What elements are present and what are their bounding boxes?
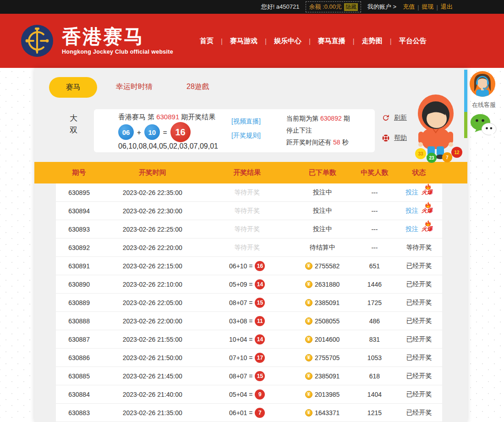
time-cell: 2023-02-26 21:50:00 [102,354,203,361]
site-header: 香港赛马 Hongkong Jockey Club official websi… [0,14,504,68]
hot-badge: 火爆 [422,225,433,233]
nav-item-live[interactable]: 赛马直播 [318,37,345,45]
orders-text: 投注中 [313,225,332,233]
result-sum-ball: 15 [255,371,265,381]
status-text: 已经开奖 [406,317,432,325]
result-sum-ball: 14 [255,334,265,344]
status-cell: 已经开奖 [396,372,442,380]
orders-count: 1643371 [315,409,340,416]
bet-link[interactable]: 投注 [405,207,418,215]
result-sum-ball: 17 [255,353,265,363]
winners-cell: 1446 [353,281,396,288]
balance-amount: 余额 :0.00元 [309,3,342,11]
result-cell: 03+08 =11 [203,316,291,326]
orders-cell: ¥2385091 [291,372,353,380]
result-issue-number: 630891 [156,113,179,121]
waiting-draw-label: 等待开奖 [234,207,260,215]
nav-item-entertainment[interactable]: 娱乐中心 [274,37,301,45]
status-text: 已经开奖 [406,299,432,307]
orders-count: 2385091 [315,299,340,306]
table-row: 6308902023-02-26 22:10:0005+09 =14¥26318… [56,275,442,294]
orders-cell: 投注中 [291,189,353,197]
recharge-link[interactable]: 充值 [403,3,415,11]
main-nav: 首页| 赛马游戏| 娱乐中心| 赛马直播| 走势图| 平台公告 [200,37,427,45]
table-row: 6308852023-02-26 21:45:0008+07 =15¥23850… [56,367,442,385]
tab-lucky-guess[interactable]: 幸运时时猜 [116,82,153,92]
result-sequence: 06,10,08,04,05,02,03,07,09,01 [118,142,218,150]
mascot-boy-illustration: 33 23 7 12 [408,93,464,163]
bet-link[interactable]: 投注 [405,225,418,233]
status-cell: 投注火爆 [396,189,442,197]
table-header-band: 期号 开奖时间 开奖结果 已下单数 中奖人数 状态 [34,162,467,183]
col-header-status: 状态 [396,168,442,177]
wechat-icon[interactable] [470,113,497,138]
table-row: 6308932023-02-26 22:25:00等待开奖投注中---投注火爆 [56,220,442,239]
col-header-orders: 已下单数 [291,168,353,177]
orders-count: 2755582 [315,262,340,270]
withdraw-link[interactable]: 提现 [422,3,434,11]
coin-icon: ¥ [305,281,312,288]
draw-rules-link[interactable]: [开奖规则] [231,132,261,140]
bet-link[interactable]: 投注 [405,189,418,197]
issue-cell: 630893 [56,226,102,233]
orders-cell: ¥2631880 [291,281,353,288]
time-cell: 2023-02-26 22:25:00 [102,226,203,233]
status-text: 已经开奖 [406,409,432,417]
help-link[interactable]: 帮助 [394,134,407,142]
video-live-link[interactable]: [视频直播] [231,117,261,126]
result-cell: 05+04 =9 [203,389,291,400]
result-ball-1: 06 [118,124,134,140]
nav-item-horse-games[interactable]: 赛马游戏 [230,37,257,45]
my-account-link[interactable]: 我的账户 > [367,3,396,11]
logout-link[interactable]: 退出 [441,3,453,11]
tab-horse-racing[interactable]: 赛马 [49,77,97,98]
hide-balance-button[interactable]: 隐藏 [344,3,358,11]
result-expression: 06+10 = [229,262,252,270]
status-cell: 等待开奖 [396,244,442,252]
status-text: 已经开奖 [406,335,432,344]
issue-cell: 630884 [56,391,102,398]
nav-item-announcements[interactable]: 平台公告 [399,37,427,45]
result-cell: 06+10 =16 [203,261,291,271]
online-service-label[interactable]: 在线客服 [467,101,500,109]
status-cell: 已经开奖 [396,354,442,362]
refresh-link[interactable]: 刷新 [394,114,407,122]
result-sum-ball: 9 [255,389,265,400]
result-cell: 07+10 =17 [203,353,291,363]
orders-cell: 投注中 [291,225,353,233]
issue-cell: 630887 [56,336,102,343]
winners-cell: --- [353,226,396,233]
winners-cell: 618 [353,372,396,380]
col-header-result: 开奖结果 [203,168,291,177]
result-cell: 等待开奖 [203,189,291,197]
countdown-seconds: 58 [333,139,340,146]
status-cell: 已经开奖 [396,299,442,307]
site-title: 香港赛马 [62,27,173,47]
time-cell: 2023-02-26 22:00:00 [102,317,203,325]
result-cell: 08+07 =15 [203,371,291,381]
nav-item-trend-chart[interactable]: 走势图 [362,37,383,45]
divider: | [353,37,355,45]
current-issue-info: 当前期为第630892期 停止下注 距开奖时间还有58秒 [286,113,350,149]
account-topbar: 您好! a450721 余额 :0.00元 隐藏 我的账户 > 充值 | 提现 … [0,0,504,14]
orders-cell: ¥2508055 [291,317,353,325]
winners-cell: 1725 [353,299,396,306]
orders-count: 2755705 [315,354,340,361]
result-sum-ball: 14 [255,279,265,289]
svg-text:7: 7 [446,155,449,160]
orders-cell: 待结算中 [291,244,353,252]
result-cell: 等待开奖 [203,244,291,252]
issue-cell: 630895 [56,189,102,196]
orders-cell: ¥2013985 [291,391,353,398]
status-cell: 已经开奖 [396,335,442,344]
service-girl-avatar[interactable] [470,71,495,97]
nav-item-home[interactable]: 首页 [200,37,214,45]
result-expression: 05+04 = [229,391,252,398]
tab-28-games[interactable]: 28遊戲 [186,82,209,92]
winners-cell: 651 [353,262,396,270]
orders-cell: 投注中 [291,207,353,215]
refresh-icon [382,114,390,122]
table-row: 6308842023-02-26 21:40:0005+04 =9¥201398… [56,385,442,404]
status-cell: 已经开奖 [396,280,442,289]
winners-cell: --- [353,189,396,196]
